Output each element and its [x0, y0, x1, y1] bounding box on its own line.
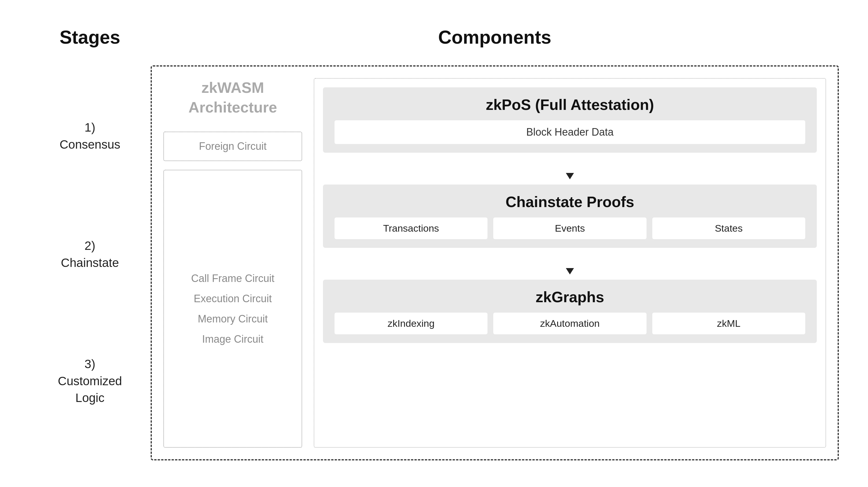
arrow-to-zkgraphs	[323, 256, 817, 280]
components-header: Components	[151, 27, 839, 48]
chainstate-events: Events	[493, 217, 646, 239]
foreign-circuit-label: Foreign Circuit	[199, 140, 267, 152]
zkgraphs-boxes: zkIndexing zkAutomation zkML	[335, 313, 805, 334]
stages-column: 1) Consensus 2) Chainstate 3) Customized…	[29, 65, 151, 460]
page-container: Stages Components 1) Consensus 2) Chains…	[29, 27, 839, 460]
call-frame-circuit: Call Frame Circuit	[191, 272, 274, 284]
stage-consensus: 1) Consensus	[60, 119, 120, 153]
zkgraphs-section: zkGraphs zkIndexing zkAutomation zkML	[323, 280, 817, 343]
zkgraphs-automation: zkAutomation	[493, 313, 646, 334]
zkwasm-panel: zkWASM Architecture Foreign Circuit Call…	[163, 78, 302, 448]
main-row: 1) Consensus 2) Chainstate 3) Customized…	[29, 65, 839, 460]
chainstate-states: States	[652, 217, 805, 239]
stage-chainstate: 2) Chainstate	[61, 237, 119, 272]
stages-header: Stages	[29, 27, 151, 48]
zkgraphs-title: zkGraphs	[335, 288, 805, 306]
chainstate-boxes: Transactions Events States	[335, 217, 805, 239]
zkgraphs-ml: zkML	[652, 313, 805, 334]
chainstate-transactions: Transactions	[335, 217, 488, 239]
arrow-to-chainstate	[323, 161, 817, 184]
image-circuit: Image Circuit	[202, 333, 264, 345]
chainstate-section: Chainstate Proofs Transactions Events St…	[323, 184, 817, 248]
execution-circuit: Execution Circuit	[194, 293, 272, 305]
components-column: zkWASM Architecture Foreign Circuit Call…	[151, 65, 839, 460]
stage-customized: 3) CustomizedLogic	[58, 356, 122, 406]
chainstate-title: Chainstate Proofs	[335, 193, 805, 211]
zkwasm-circuits-box: Call Frame Circuit Execution Circuit Mem…	[163, 170, 302, 448]
memory-circuit: Memory Circuit	[198, 313, 268, 325]
foreign-circuit-box: Foreign Circuit	[163, 131, 302, 161]
header-row: Stages Components	[29, 27, 839, 48]
right-panel: zkPoS (Full Attestation) Block Header Da…	[314, 78, 826, 448]
zkwasm-title: zkWASM Architecture	[188, 78, 277, 117]
zkpos-title: zkPoS (Full Attestation)	[335, 96, 805, 113]
zkpos-section: zkPoS (Full Attestation) Block Header Da…	[323, 87, 817, 153]
zkgraphs-indexing: zkIndexing	[335, 313, 488, 334]
zkpos-data-box: Block Header Data	[335, 120, 805, 144]
